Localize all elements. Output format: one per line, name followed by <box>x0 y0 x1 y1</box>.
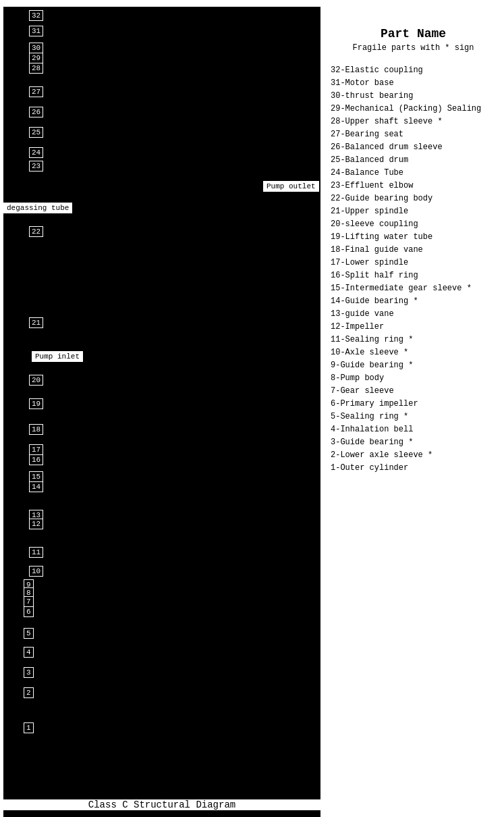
main-container: 32 31 30 29 28 27 26 25 24 23 Pump outle… <box>0 0 504 817</box>
part-label-11: 11 <box>29 547 43 558</box>
list-item: 10-Axle sleeve * <box>331 346 496 359</box>
part-label-19: 19 <box>29 398 43 409</box>
list-item: 25-Balanced drum <box>331 153 496 166</box>
list-item: 12-Impeller <box>331 320 496 333</box>
part-label-28: 28 <box>29 63 43 74</box>
part-label-2: 2 <box>24 687 34 698</box>
list-item: 8-Pump body <box>331 371 496 384</box>
part-label-6: 6 <box>24 606 34 617</box>
list-item: 31-Motor base <box>331 76 496 89</box>
part-label-18: 18 <box>29 424 43 435</box>
part-label-27: 27 <box>29 86 43 97</box>
list-item: 15-Intermediate gear sleeve * <box>331 282 496 294</box>
list-item: 29-Mechanical (Packing) Sealing <box>331 102 496 115</box>
pump-outlet-label: Pump outlet <box>263 181 319 192</box>
list-item: 24-Balance Tube <box>331 166 496 179</box>
right-panel: Part Name Fragile parts with * sign 32-E… <box>320 0 503 817</box>
list-item: 9-Guide bearing * <box>331 359 496 371</box>
part-label-24: 24 <box>29 147 43 158</box>
part-label-3: 3 <box>24 667 34 678</box>
part-label-25: 25 <box>29 127 43 138</box>
list-item: 2-Lower axle sleeve * <box>331 448 496 461</box>
list-item: 23-Effluent elbow <box>331 179 496 192</box>
part-label-14: 14 <box>29 481 43 492</box>
part-label-26: 26 <box>29 107 43 117</box>
bottom-caption: Class C Structural Diagram <box>0 799 324 810</box>
part-name-title: Part Name <box>331 27 496 41</box>
list-item: 6-Primary impeller <box>331 397 496 410</box>
part-label-15: 15 <box>29 471 43 482</box>
part-label-32: 32 <box>29 10 43 21</box>
list-item: 4-Inhalation bell <box>331 423 496 436</box>
degassing-tube-label: degassing tube <box>3 203 72 213</box>
part-label-10: 10 <box>29 566 43 577</box>
list-item: 3-Guide bearing * <box>331 436 496 448</box>
list-item: 30-thrust bearing <box>331 89 496 102</box>
part-label-22: 22 <box>29 226 43 237</box>
part-label-23: 23 <box>29 161 43 172</box>
list-item: 18-Final guide vane <box>331 243 496 256</box>
list-item: 32-Elastic coupling <box>331 63 496 76</box>
list-item: 17-Lower spindle <box>331 256 496 269</box>
part-label-31: 31 <box>29 26 43 36</box>
part-list: 32-Elastic coupling 31-Motor base 30-thr… <box>331 63 496 474</box>
part-label-30: 30 <box>29 43 43 53</box>
list-item: 22-Guide bearing body <box>331 192 496 205</box>
list-item: 20-sleeve coupling <box>331 217 496 230</box>
list-item: 1-Outer cylinder <box>331 461 496 474</box>
list-item: 16-Split half ring <box>331 269 496 282</box>
list-item: 7-Gear sleeve <box>331 384 496 397</box>
list-item: 27-Bearing seat <box>331 128 496 140</box>
part-label-12: 12 <box>29 519 43 529</box>
part-label-21: 21 <box>29 317 43 328</box>
part-label-29: 29 <box>29 53 43 63</box>
part-label-4: 4 <box>24 647 34 658</box>
diagram-area: 32 31 30 29 28 27 26 25 24 23 Pump outle… <box>3 7 320 817</box>
part-label-20: 20 <box>29 375 43 386</box>
part-label-5: 5 <box>24 628 34 639</box>
part-label-16: 16 <box>29 454 43 465</box>
list-item: 21-Upper spindle <box>331 205 496 217</box>
fragile-note: Fragile parts with * sign <box>331 43 496 53</box>
list-item: 14-Guide bearing * <box>331 294 496 307</box>
part-label-17: 17 <box>29 444 43 455</box>
list-item: 26-Balanced drum sleeve <box>331 140 496 153</box>
list-item: 11-Sealing ring * <box>331 333 496 346</box>
list-item: 19-Lifting water tube <box>331 230 496 243</box>
list-item: 5-Sealing ring * <box>331 410 496 423</box>
pump-inlet-label: Pump inlet <box>32 351 83 362</box>
part-label-1: 1 <box>24 722 34 733</box>
page-wrapper: 32 31 30 29 28 27 26 25 24 23 Pump outle… <box>0 0 504 817</box>
part-label-7: 7 <box>24 596 34 607</box>
list-item: 13-guide vane <box>331 307 496 320</box>
list-item: 28-Upper shaft sleeve * <box>331 115 496 128</box>
